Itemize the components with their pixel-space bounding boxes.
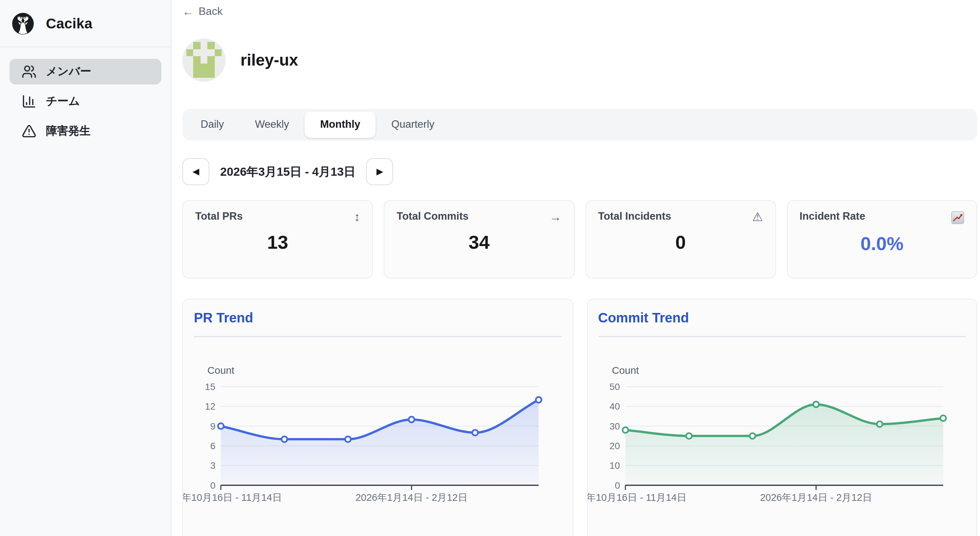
svg-text:40: 40 [609, 401, 620, 411]
next-period-button[interactable]: ▶ [366, 158, 393, 185]
charts-grid: PR Trend Count036912152025年10月16日 - 11月1… [182, 298, 977, 536]
svg-text:Count: Count [612, 364, 639, 375]
brand-name: Cacika [46, 15, 92, 32]
stat-title: Total PRs [195, 210, 243, 222]
svg-text:0: 0 [614, 480, 620, 490]
svg-text:9: 9 [210, 421, 215, 431]
date-nav: ◀ 2026年3月15日 - 4月13日 ▶ [182, 158, 977, 185]
chart-divider [194, 336, 562, 337]
sidebar-nav: メンバー チーム 障害発生 [0, 47, 171, 155]
svg-text:2026年1月14日 - 2月12日: 2026年1月14日 - 2月12日 [356, 492, 468, 502]
brand: Cacika [0, 0, 171, 47]
bar-chart-icon [22, 94, 37, 109]
arrow-right-icon: → [549, 211, 562, 223]
prev-arrow-icon: ◀ [192, 166, 199, 176]
tab-quarterly[interactable]: Quarterly [376, 111, 450, 137]
commit-trend-chart: Count010203040502025年10月16日 - 11月14日2026… [598, 338, 966, 515]
back-link[interactable]: ← Back [182, 5, 223, 18]
stat-title: Incident Rate [800, 210, 865, 222]
tab-monthly[interactable]: Monthly [305, 111, 376, 137]
profile-header: riley-ux [182, 38, 977, 81]
pr-trend-chart: Count036912152025年10月16日 - 11月14日2026年1月… [194, 338, 562, 515]
stat-card-total-prs: Total PRs ↕ 13 [182, 200, 373, 278]
date-range-label: 2026年3月15日 - 4月13日 [220, 163, 356, 179]
svg-text:2025年10月16日 - 11月14日: 2025年10月16日 - 11月14日 [587, 492, 686, 502]
chart-title: Commit Trend [598, 309, 966, 326]
commit-trend-card: Commit Trend Count010203040502025年10月16日… [587, 298, 977, 536]
svg-text:3: 3 [210, 460, 215, 471]
stat-value: 13 [195, 231, 360, 253]
svg-text:2025年10月16日 - 11月14日: 2025年10月16日 - 11月14日 [182, 492, 282, 502]
app-window: Cacika メンバー チーム 障害発生 [0, 0, 980, 536]
stat-card-total-commits: Total Commits → 34 [384, 200, 575, 278]
period-tab-bar: Daily Weekly Monthly Quarterly [182, 108, 977, 140]
sidebar-item-label: 障害発生 [46, 124, 91, 139]
sidebar-item-members[interactable]: メンバー [10, 59, 161, 85]
alert-triangle-icon: ⚠ [752, 211, 763, 223]
stat-value-incident-rate: 0.0% [800, 233, 965, 254]
svg-text:10: 10 [609, 460, 620, 471]
stat-value: 0 [598, 231, 763, 253]
page-title: riley-ux [240, 50, 298, 69]
chart-title: PR Trend [194, 309, 562, 326]
tab-weekly[interactable]: Weekly [239, 111, 305, 137]
pr-trend-card: PR Trend Count036912152025年10月16日 - 11月1… [182, 298, 573, 536]
users-icon [22, 64, 37, 79]
sidebar: Cacika メンバー チーム 障害発生 [0, 0, 172, 536]
stat-value: 34 [397, 231, 562, 253]
chart-divider [598, 336, 966, 337]
sidebar-item-teams[interactable]: チーム [10, 89, 161, 114]
stat-card-total-incidents: Total Incidents ⚠ 0 [585, 200, 776, 278]
deer-logo-icon [11, 11, 35, 35]
stat-title: Total Commits [397, 210, 469, 222]
svg-text:2026年1月14日 - 2月12日: 2026年1月14日 - 2月12日 [760, 492, 872, 502]
svg-text:50: 50 [609, 381, 620, 392]
alert-triangle-icon [22, 124, 37, 139]
svg-text:Count: Count [207, 364, 235, 375]
main-content: ← Back riley-ux Daily Weekly Monthly Qua… [172, 0, 980, 536]
user-avatar [182, 38, 226, 81]
prev-period-button[interactable]: ◀ [182, 158, 209, 185]
svg-text:0: 0 [210, 480, 215, 490]
sidebar-item-label: チーム [46, 94, 80, 109]
next-arrow-icon: ▶ [377, 166, 383, 176]
svg-text:12: 12 [205, 401, 215, 411]
svg-text:20: 20 [609, 440, 620, 451]
stat-card-incident-rate: Incident Rate [787, 200, 978, 278]
back-arrow-icon: ← [182, 6, 194, 17]
sidebar-item-incidents[interactable]: 障害発生 [10, 118, 161, 144]
svg-text:15: 15 [205, 381, 215, 392]
sidebar-item-label: メンバー [46, 64, 91, 79]
chart-increasing-icon [951, 211, 964, 224]
back-label: Back [199, 5, 223, 18]
svg-text:6: 6 [210, 440, 215, 451]
stat-title: Total Incidents [598, 210, 671, 222]
tab-daily[interactable]: Daily [185, 111, 239, 137]
stats-grid: Total PRs ↕ 13 Total Commits → 34 Total … [182, 200, 977, 278]
move-vertical-icon: ↕ [354, 211, 360, 223]
svg-text:30: 30 [609, 421, 620, 431]
